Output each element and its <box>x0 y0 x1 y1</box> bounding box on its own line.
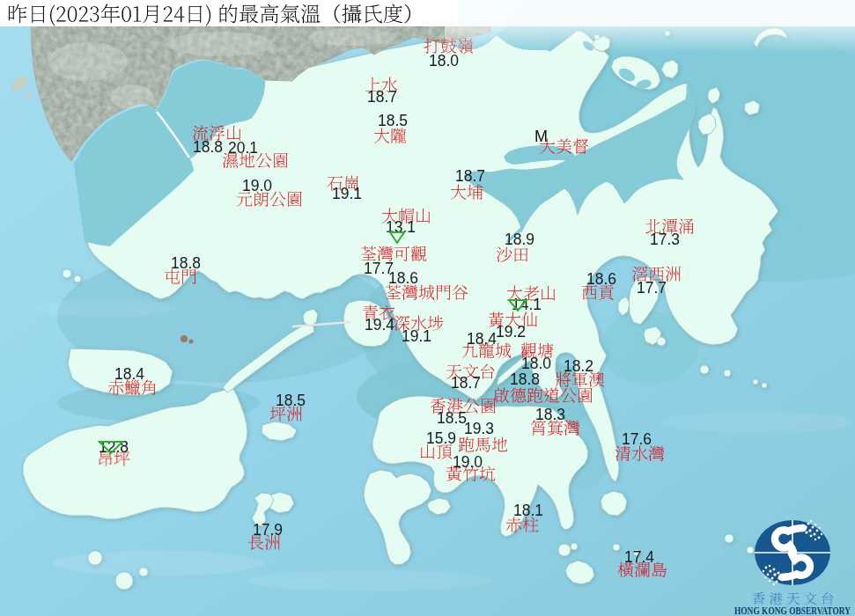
svg-text:19.0: 19.0 <box>242 177 272 194</box>
svg-text:18.3: 18.3 <box>535 406 565 423</box>
svg-text:19.4: 19.4 <box>365 316 394 334</box>
svg-text:19.0: 19.0 <box>453 453 483 471</box>
svg-text:18.6: 18.6 <box>586 270 616 288</box>
svg-text:20.1: 20.1 <box>228 139 258 157</box>
svg-text:19.2: 19.2 <box>496 323 526 341</box>
svg-text:18.7: 18.7 <box>455 167 485 185</box>
svg-text:18.9: 18.9 <box>505 231 534 248</box>
svg-text:17.3: 17.3 <box>650 231 680 248</box>
svg-text:19.1: 19.1 <box>332 185 362 202</box>
svg-text:14.1: 14.1 <box>512 296 542 313</box>
svg-text:18.1: 18.1 <box>513 502 543 519</box>
svg-text:19.3: 19.3 <box>464 420 494 437</box>
svg-text:18.5: 18.5 <box>437 409 467 427</box>
svg-text:18.2: 18.2 <box>564 357 593 375</box>
svg-text:15.9: 15.9 <box>426 429 456 447</box>
svg-text:18.0: 18.0 <box>429 52 459 70</box>
svg-text:18.4: 18.4 <box>114 365 144 383</box>
svg-text:18.4: 18.4 <box>467 330 497 348</box>
svg-text:18.6: 18.6 <box>388 269 418 287</box>
svg-text:17.9: 17.9 <box>253 521 283 539</box>
svg-text:17.7: 17.7 <box>637 279 667 297</box>
svg-text:M: M <box>534 128 548 145</box>
svg-text:18.8: 18.8 <box>510 370 540 388</box>
svg-text:18.8: 18.8 <box>193 138 223 156</box>
svg-text:18.7: 18.7 <box>367 88 397 106</box>
svg-text:17.4: 17.4 <box>624 548 654 566</box>
svg-text:19.1: 19.1 <box>402 327 431 345</box>
svg-text:18.5: 18.5 <box>276 392 306 409</box>
svg-text:18.7: 18.7 <box>451 374 481 392</box>
svg-text:18.5: 18.5 <box>378 112 408 129</box>
svg-text:18.8: 18.8 <box>171 254 201 272</box>
svg-text:HONG KONG OBSERVATORY: HONG KONG OBSERVATORY <box>734 605 851 616</box>
svg-text:18.0: 18.0 <box>521 355 551 372</box>
svg-text:17.6: 17.6 <box>622 430 652 448</box>
